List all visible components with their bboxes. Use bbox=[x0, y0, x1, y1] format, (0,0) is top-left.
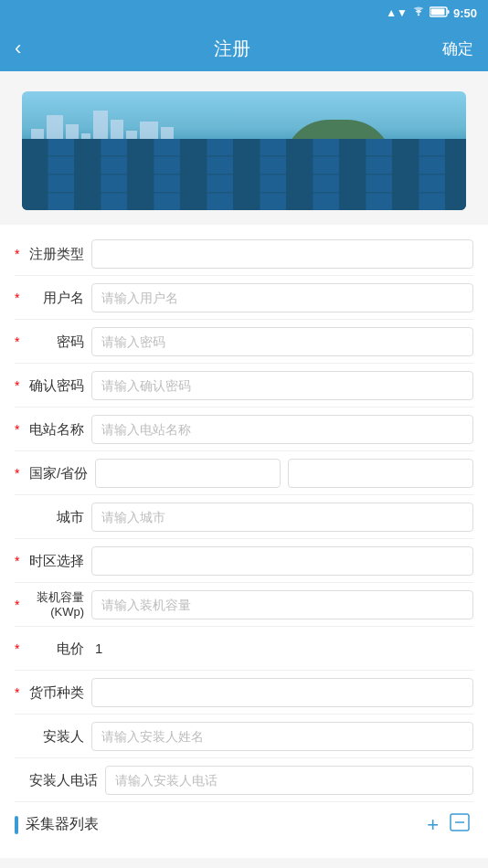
required-star-electricity: * bbox=[15, 641, 29, 656]
electricity-price-row: * 电价 1 bbox=[15, 627, 473, 671]
reg-type-label: 注册类型 bbox=[29, 245, 91, 263]
electricity-price-value: 1 bbox=[95, 640, 102, 656]
password-label: 密码 bbox=[29, 333, 91, 351]
station-name-row: * 电站名称 bbox=[15, 408, 473, 451]
wifi-icon bbox=[411, 6, 426, 20]
required-star-regtype: * bbox=[15, 247, 29, 261]
collector-accent-bar bbox=[15, 816, 18, 834]
hero-image bbox=[22, 91, 466, 210]
station-name-label: 电站名称 bbox=[29, 420, 91, 439]
confirm-password-row: * 确认密码 bbox=[15, 364, 473, 408]
installer-label: 安装人 bbox=[29, 727, 91, 746]
capacity-input[interactable] bbox=[91, 590, 473, 619]
page-title: 注册 bbox=[214, 37, 250, 61]
installer-phone-input[interactable] bbox=[105, 766, 473, 795]
status-time: 9:50 bbox=[453, 6, 477, 20]
city-row: * 城市 bbox=[15, 495, 473, 539]
province-input[interactable] bbox=[288, 459, 473, 488]
status-icons: ▲▼ 9:50 bbox=[386, 6, 477, 20]
collector-section: 采集器列表 + bbox=[15, 802, 473, 843]
country-province-label: 国家/省份 bbox=[29, 464, 95, 482]
signal-icon: ▲▼ bbox=[386, 6, 408, 19]
currency-row: * 货币种类 bbox=[15, 671, 473, 715]
installer-row: * 安装人 bbox=[15, 715, 473, 758]
country-province-row: * 国家/省份 bbox=[15, 451, 473, 495]
collector-action-icons: + bbox=[427, 813, 470, 836]
registration-form: * 注册类型 * 用户名 * 密码 * 确认密码 * 电站名称 * 国家/省份 … bbox=[0, 225, 488, 858]
station-name-input[interactable] bbox=[91, 415, 473, 444]
required-star-username: * bbox=[15, 291, 29, 305]
username-input[interactable] bbox=[91, 283, 473, 312]
svg-rect-2 bbox=[447, 10, 449, 14]
required-star-country: * bbox=[15, 466, 29, 481]
required-star-password: * bbox=[15, 334, 29, 349]
capacity-row: * 装机容量(KWp) bbox=[15, 583, 473, 627]
password-row: * 密码 bbox=[15, 320, 473, 364]
installer-input[interactable] bbox=[91, 722, 473, 751]
currency-input[interactable] bbox=[91, 678, 473, 707]
currency-label: 货币种类 bbox=[29, 683, 91, 702]
required-star-capacity: * bbox=[15, 598, 29, 612]
confirm-password-label: 确认密码 bbox=[29, 376, 91, 395]
username-label: 用户名 bbox=[29, 289, 91, 307]
username-row: * 用户名 bbox=[15, 276, 473, 320]
required-star-confirmpw: * bbox=[15, 378, 29, 393]
collector-label: 采集器列表 bbox=[26, 815, 427, 834]
reg-type-row: * 注册类型 bbox=[15, 232, 473, 276]
electricity-price-label: 电价 bbox=[29, 640, 91, 658]
delete-collector-button[interactable] bbox=[450, 813, 470, 836]
status-bar: ▲▼ 9:50 bbox=[0, 0, 488, 26]
svg-rect-1 bbox=[430, 8, 444, 15]
installer-phone-row: * 安装人电话 bbox=[15, 758, 473, 802]
required-star-timezone: * bbox=[15, 554, 29, 568]
required-star-station: * bbox=[15, 422, 29, 437]
password-input[interactable] bbox=[91, 327, 473, 356]
nav-bar: ‹ 注册 确定 bbox=[0, 26, 488, 71]
required-star-currency: * bbox=[15, 685, 29, 700]
battery-icon bbox=[430, 6, 450, 20]
installer-phone-label: 安装人电话 bbox=[29, 771, 105, 789]
timezone-label: 时区选择 bbox=[29, 552, 91, 570]
capacity-label: 装机容量(KWp) bbox=[29, 590, 91, 619]
confirm-button[interactable]: 确定 bbox=[442, 38, 473, 59]
add-collector-button[interactable]: + bbox=[427, 815, 439, 835]
timezone-input[interactable] bbox=[91, 546, 473, 576]
back-button[interactable]: ‹ bbox=[15, 37, 21, 60]
city-input[interactable] bbox=[91, 503, 473, 532]
timezone-row: * 时区选择 bbox=[15, 539, 473, 583]
city-label: 城市 bbox=[29, 508, 91, 526]
country-province-inputs bbox=[95, 459, 473, 488]
reg-type-input[interactable] bbox=[91, 239, 473, 269]
country-input[interactable] bbox=[95, 459, 281, 488]
confirm-password-input[interactable] bbox=[91, 371, 473, 400]
